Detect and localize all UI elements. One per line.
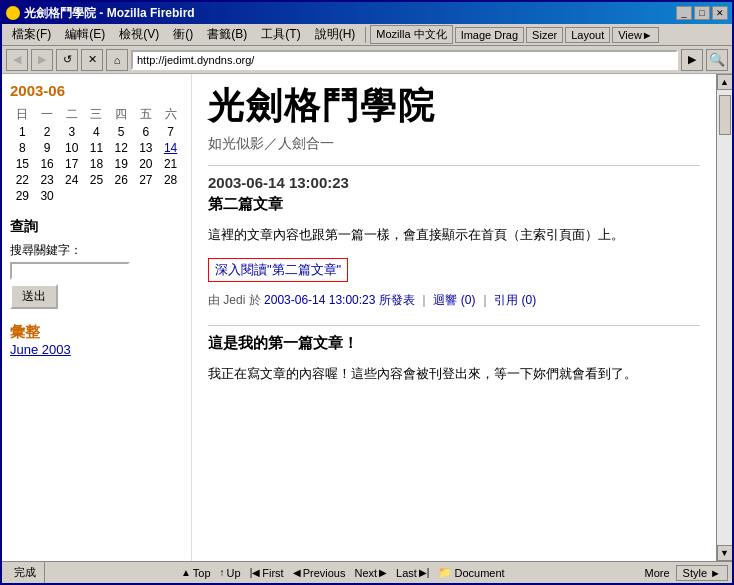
cal-header-tue: 二 — [59, 105, 84, 124]
scroll-up-button[interactable]: ▲ — [717, 74, 733, 90]
status-up-button[interactable]: ↑ Up — [216, 567, 245, 579]
scrollbar: ▲ ▼ — [716, 74, 732, 561]
toolbar-view[interactable]: View► — [612, 27, 659, 43]
status-more-button[interactable]: More — [641, 567, 674, 579]
scroll-thumb[interactable] — [719, 95, 731, 135]
calendar-day[interactable]: 6 — [134, 124, 159, 140]
calendar-day[interactable]: 3 — [59, 124, 84, 140]
status-top-button[interactable]: ▲ Top — [177, 567, 215, 579]
search-input[interactable] — [10, 262, 130, 280]
calendar-day[interactable]: 13 — [134, 140, 159, 156]
go-button[interactable]: ▶ — [681, 49, 703, 71]
calendar-day[interactable]: 12 — [109, 140, 134, 156]
status-right: More Style ► — [641, 565, 728, 581]
toolbar-imagedrag[interactable]: Image Drag — [455, 27, 524, 43]
calendar-day[interactable]: 9 — [35, 140, 60, 156]
page-content: 光劍格鬥學院 如光似影／人劍合一 2003-06-14 13:00:23 第二篇… — [192, 74, 716, 561]
status-previous-button[interactable]: ◀ Previous — [289, 567, 350, 579]
status-top-label: Top — [193, 567, 211, 579]
scroll-track[interactable] — [717, 90, 732, 545]
forward-button[interactable]: ▶ — [31, 49, 53, 71]
status-last-button[interactable]: Last ▶| — [392, 567, 433, 579]
search-button[interactable]: 🔍 — [706, 49, 728, 71]
toolbar-layout[interactable]: Layout — [565, 27, 610, 43]
status-next-label: Next — [354, 567, 377, 579]
menu-bookmarks[interactable]: 書籤(B) — [201, 25, 253, 44]
calendar-day[interactable]: 23 — [35, 172, 60, 188]
menu-edit[interactable]: 編輯(E) — [59, 25, 111, 44]
toolbar-mozilla[interactable]: Mozilla 中文化 — [370, 25, 452, 44]
menu-tools[interactable]: 工具(T) — [255, 25, 306, 44]
calendar-day[interactable]: 19 — [109, 156, 134, 172]
calendar-day[interactable]: 10 — [59, 140, 84, 156]
calendar-day[interactable]: 25 — [84, 172, 109, 188]
calendar-day[interactable]: 16 — [35, 156, 60, 172]
calendar-day[interactable]: 11 — [84, 140, 109, 156]
search-submit-button[interactable]: 送出 — [10, 284, 58, 309]
cal-header-mon: 一 — [35, 105, 60, 124]
article1-title: 第二篇文章 — [208, 195, 700, 214]
home-button[interactable]: ⌂ — [106, 49, 128, 71]
close-button[interactable]: ✕ — [712, 6, 728, 20]
search-label: 搜尋關鍵字： — [10, 242, 183, 259]
article1-readmore-link[interactable]: 深入閱讀"第二篇文章" — [208, 258, 348, 282]
calendar-day[interactable]: 1 — [10, 124, 35, 140]
calendar-day[interactable]: 26 — [109, 172, 134, 188]
content-wrapper: 2003-06 日 一 二 三 四 五 六 123456789101112131… — [2, 74, 732, 561]
back-button[interactable]: ◀ — [6, 49, 28, 71]
calendar-day[interactable]: 22 — [10, 172, 35, 188]
address-input[interactable] — [131, 50, 678, 70]
calendar-day[interactable]: 17 — [59, 156, 84, 172]
menu-file[interactable]: 檔案(F) — [6, 25, 57, 44]
up-arrow-icon: ↑ — [220, 567, 225, 578]
menu-go[interactable]: 衝() — [167, 25, 199, 44]
scroll-down-button[interactable]: ▼ — [717, 545, 733, 561]
address-bar: ▶ — [131, 49, 703, 71]
calendar-day[interactable]: 4 — [84, 124, 109, 140]
calendar-day[interactable]: 28 — [158, 172, 183, 188]
calendar-day[interactable]: 7 — [158, 124, 183, 140]
calendar-day[interactable]: 21 — [158, 156, 183, 172]
maximize-button[interactable]: □ — [694, 6, 710, 20]
first-arrow-icon: |◀ — [250, 567, 261, 578]
calendar-day[interactable]: 8 — [10, 140, 35, 156]
calendar-day — [84, 188, 109, 204]
archive-title: 彙整 — [10, 323, 183, 342]
status-text: 完成 — [6, 562, 45, 583]
calendar-day[interactable]: 27 — [134, 172, 159, 188]
folder-icon: 📁 — [438, 566, 452, 579]
article2-body: 我正在寫文章的內容喔！這些內容會被刊登出來，等一下妳們就會看到了。 — [208, 363, 700, 385]
reload-button[interactable]: ↺ — [56, 49, 78, 71]
article2-title: 這是我的第一篇文章！ — [208, 334, 700, 353]
calendar-day[interactable]: 14 — [158, 140, 183, 156]
status-document-button[interactable]: 📁 Document — [434, 566, 508, 579]
style-button[interactable]: Style ► — [676, 565, 728, 581]
calendar-day[interactable]: 5 — [109, 124, 134, 140]
calendar-day[interactable]: 18 — [84, 156, 109, 172]
status-next-button[interactable]: Next ▶ — [350, 567, 391, 579]
divider-1 — [208, 165, 700, 166]
menu-help[interactable]: 說明(H) — [309, 25, 362, 44]
calendar-day[interactable]: 20 — [134, 156, 159, 172]
top-arrow-icon: ▲ — [181, 567, 191, 578]
menu-bar: 檔案(F) 編輯(E) 檢視(V) 衝() 書籤(B) 工具(T) 說明(H) … — [2, 24, 732, 46]
nav-toolbar: ◀ ▶ ↺ ✕ ⌂ ▶ 🔍 — [2, 46, 732, 74]
toolbar-sizer[interactable]: Sizer — [526, 27, 563, 43]
archive-june-link[interactable]: June 2003 — [10, 342, 183, 357]
article1-meta-trackback[interactable]: 迴響 (0) — [433, 293, 475, 307]
menu-view[interactable]: 檢視(V) — [113, 25, 165, 44]
calendar-day[interactable]: 30 — [35, 188, 60, 204]
article1-meta-cite[interactable]: 引用 (0) — [494, 293, 536, 307]
status-first-button[interactable]: |◀ First — [246, 567, 288, 579]
calendar-day[interactable]: 29 — [10, 188, 35, 204]
status-last-label: Last — [396, 567, 417, 579]
calendar-day — [59, 188, 84, 204]
stop-button[interactable]: ✕ — [81, 49, 103, 71]
calendar-day[interactable]: 24 — [59, 172, 84, 188]
minimize-button[interactable]: _ — [676, 6, 692, 20]
status-document-label: Document — [454, 567, 504, 579]
status-previous-label: Previous — [303, 567, 346, 579]
calendar-day[interactable]: 2 — [35, 124, 60, 140]
article1-meta-date[interactable]: 2003-06-14 13:00:23 所發表 — [264, 293, 415, 307]
calendar-day[interactable]: 15 — [10, 156, 35, 172]
